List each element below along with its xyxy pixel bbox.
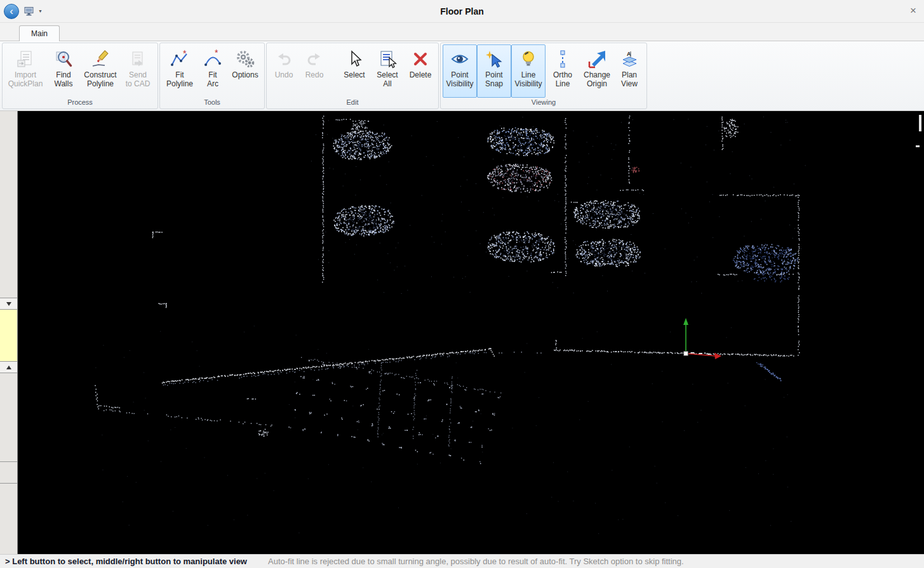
group-title-edit: Edit bbox=[267, 98, 438, 109]
back-button[interactable]: ‹ bbox=[4, 4, 19, 19]
group-title-viewing: Viewing bbox=[441, 98, 646, 109]
plan-view-button[interactable]: A Plan View bbox=[614, 44, 645, 98]
find-walls-icon bbox=[54, 48, 73, 70]
chevron-up-icon bbox=[6, 366, 11, 369]
button-label: Select bbox=[377, 70, 398, 79]
import-quickplan-button[interactable]: Import QuickPlan bbox=[4, 44, 46, 98]
options-gears-icon bbox=[236, 48, 255, 70]
ribbon: Import QuickPlan Find Walls Construct Po… bbox=[0, 41, 924, 111]
button-label: Fit bbox=[175, 70, 184, 79]
left-panel-bottom-segment bbox=[0, 484, 17, 554]
button-label: Undo bbox=[275, 70, 293, 79]
button-label: Polyline bbox=[87, 79, 114, 88]
point-snap-toggle[interactable]: Point Snap bbox=[477, 44, 511, 98]
button-label: Fit bbox=[208, 70, 217, 79]
status-bar: > Left button to select, middle/right bu… bbox=[0, 554, 924, 568]
button-label: Select bbox=[344, 70, 365, 79]
delete-button[interactable]: Delete bbox=[405, 44, 436, 98]
group-title-process: Process bbox=[3, 98, 157, 109]
left-panel-mid-segment bbox=[0, 373, 17, 462]
button-label: Change bbox=[584, 70, 610, 79]
send-to-cad-button[interactable]: Send to CAD bbox=[120, 44, 156, 98]
point-visibility-toggle[interactable]: Point Visibility bbox=[443, 44, 477, 98]
button-label: Line bbox=[556, 79, 570, 88]
undo-button[interactable]: Undo bbox=[269, 44, 299, 98]
button-label: Visibility bbox=[514, 79, 542, 88]
ribbon-group-process: Import QuickPlan Find Walls Construct Po… bbox=[2, 43, 158, 109]
tab-main[interactable]: Main bbox=[19, 25, 60, 41]
button-label: to CAD bbox=[126, 79, 151, 88]
button-label: Visibility bbox=[446, 79, 473, 88]
scroll-down-button[interactable] bbox=[0, 298, 17, 310]
button-label: Arc bbox=[207, 79, 218, 88]
redo-button[interactable]: Redo bbox=[299, 44, 330, 98]
button-label: QuickPlan bbox=[8, 79, 43, 88]
left-panel-highlight-region[interactable] bbox=[0, 310, 17, 362]
undo-icon bbox=[274, 48, 293, 70]
scroll-up-button[interactable] bbox=[0, 362, 17, 373]
construct-polyline-icon bbox=[91, 48, 110, 70]
status-message: Auto-fit line is rejected due to small t… bbox=[268, 557, 684, 566]
ribbon-tab-row: Main bbox=[0, 23, 924, 41]
button-label: Find bbox=[56, 70, 70, 79]
svg-text:*: * bbox=[183, 50, 187, 58]
select-button[interactable]: Select bbox=[338, 44, 370, 98]
fit-polyline-button[interactable]: * Fit Polyline bbox=[162, 44, 198, 98]
find-walls-button[interactable]: Find Walls bbox=[46, 44, 81, 98]
titlebar: ‹ ▼ Floor Plan × bbox=[0, 0, 924, 23]
redo-icon bbox=[305, 48, 324, 70]
button-label: All bbox=[383, 79, 391, 88]
fit-polyline-icon: * bbox=[170, 48, 189, 70]
main-area bbox=[0, 111, 924, 554]
close-button[interactable]: × bbox=[910, 5, 916, 17]
select-cursor-icon bbox=[345, 48, 364, 70]
construct-polyline-button[interactable]: Construct Polyline bbox=[81, 44, 120, 98]
quick-access-icon[interactable] bbox=[24, 6, 34, 16]
left-panel-upper-segment bbox=[0, 111, 17, 298]
ortho-line-button[interactable]: Ortho Line bbox=[546, 44, 580, 98]
quick-access-caret-icon[interactable]: ▼ bbox=[38, 9, 43, 13]
button-label: Origin bbox=[587, 79, 607, 88]
group-title-tools: Tools bbox=[160, 98, 264, 109]
status-hint: > Left button to select, middle/right bu… bbox=[0, 557, 268, 566]
button-label: View bbox=[621, 79, 638, 88]
viewport[interactable] bbox=[18, 111, 924, 554]
button-label: Snap bbox=[485, 79, 503, 88]
change-origin-button[interactable]: Change Origin bbox=[580, 44, 614, 98]
snap-cursor-icon bbox=[485, 48, 504, 70]
fit-arc-button[interactable]: * Fit Arc bbox=[198, 44, 228, 98]
eye-icon bbox=[450, 48, 469, 70]
delete-x-icon bbox=[411, 48, 430, 70]
chevron-down-icon bbox=[6, 302, 11, 306]
button-label: Redo bbox=[305, 70, 324, 79]
change-origin-arrow-icon bbox=[587, 48, 606, 70]
send-to-cad-icon bbox=[128, 48, 147, 70]
button-label: Construct bbox=[84, 70, 116, 79]
select-all-button[interactable]: Select All bbox=[370, 44, 405, 98]
plan-view-layers-icon: A bbox=[620, 48, 639, 70]
button-label: Options bbox=[232, 70, 258, 79]
left-panel-lower-segment bbox=[0, 462, 17, 484]
button-label: Point bbox=[451, 70, 468, 79]
fit-arc-icon: * bbox=[203, 48, 222, 70]
button-label: Send bbox=[129, 70, 147, 79]
button-label: Import bbox=[15, 70, 36, 79]
options-button[interactable]: Options bbox=[228, 44, 262, 98]
point-cloud-canvas[interactable] bbox=[18, 111, 924, 554]
import-quickplan-icon bbox=[16, 48, 35, 70]
ortho-line-icon bbox=[553, 48, 572, 70]
button-label: Delete bbox=[410, 70, 432, 79]
button-label: Point bbox=[485, 70, 502, 79]
floor-plan-window: ‹ ▼ Floor Plan × Main Import QuickPlan bbox=[0, 0, 924, 568]
window-title: Floor Plan bbox=[0, 6, 924, 17]
button-label: Ortho bbox=[553, 70, 572, 79]
ribbon-group-edit: Undo Redo Select bbox=[266, 43, 439, 109]
button-label: Polyline bbox=[166, 79, 193, 88]
left-panel bbox=[0, 111, 18, 554]
svg-text:*: * bbox=[215, 50, 218, 58]
button-label: Plan bbox=[622, 70, 637, 79]
button-label: Walls bbox=[55, 79, 73, 88]
button-label: Line bbox=[521, 70, 536, 79]
line-visibility-toggle[interactable]: Line Visibility bbox=[511, 44, 546, 98]
ribbon-group-viewing: Point Visibility Point Snap Line Visibil… bbox=[440, 43, 647, 109]
